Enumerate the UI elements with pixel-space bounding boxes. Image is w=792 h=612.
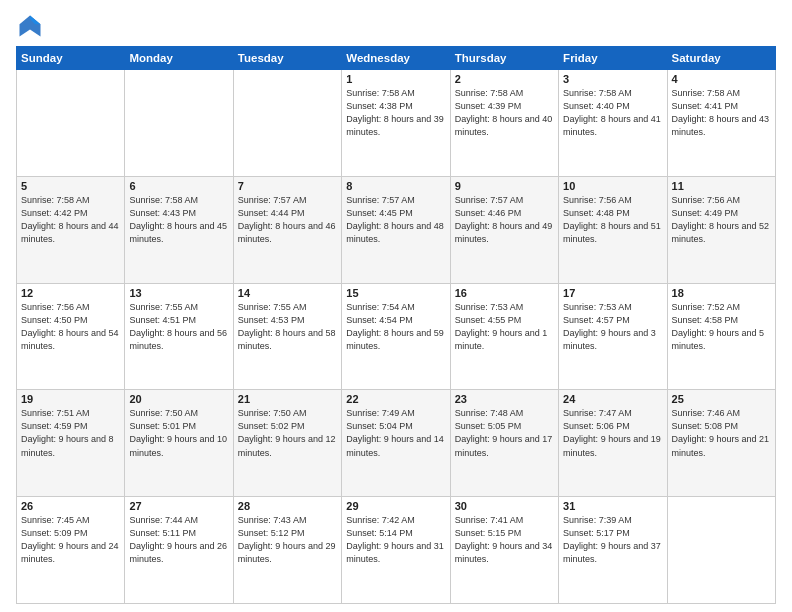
calendar-cell: 16Sunrise: 7:53 AM Sunset: 4:55 PM Dayli… — [450, 283, 558, 390]
weekday-header-thursday: Thursday — [450, 47, 558, 70]
day-number: 9 — [455, 180, 554, 192]
day-number: 19 — [21, 393, 120, 405]
calendar-cell — [17, 70, 125, 177]
calendar-cell: 14Sunrise: 7:55 AM Sunset: 4:53 PM Dayli… — [233, 283, 341, 390]
day-number: 6 — [129, 180, 228, 192]
day-number: 15 — [346, 287, 445, 299]
calendar-cell: 29Sunrise: 7:42 AM Sunset: 5:14 PM Dayli… — [342, 497, 450, 604]
calendar-cell — [125, 70, 233, 177]
day-number: 24 — [563, 393, 662, 405]
calendar-cell — [667, 497, 775, 604]
day-info: Sunrise: 7:58 AM Sunset: 4:43 PM Dayligh… — [129, 194, 228, 246]
calendar-cell: 6Sunrise: 7:58 AM Sunset: 4:43 PM Daylig… — [125, 176, 233, 283]
day-number: 18 — [672, 287, 771, 299]
day-number: 8 — [346, 180, 445, 192]
day-info: Sunrise: 7:57 AM Sunset: 4:44 PM Dayligh… — [238, 194, 337, 246]
calendar-cell: 13Sunrise: 7:55 AM Sunset: 4:51 PM Dayli… — [125, 283, 233, 390]
calendar-cell: 18Sunrise: 7:52 AM Sunset: 4:58 PM Dayli… — [667, 283, 775, 390]
day-info: Sunrise: 7:46 AM Sunset: 5:08 PM Dayligh… — [672, 407, 771, 459]
day-info: Sunrise: 7:58 AM Sunset: 4:41 PM Dayligh… — [672, 87, 771, 139]
calendar-cell: 31Sunrise: 7:39 AM Sunset: 5:17 PM Dayli… — [559, 497, 667, 604]
day-info: Sunrise: 7:51 AM Sunset: 4:59 PM Dayligh… — [21, 407, 120, 459]
day-number: 12 — [21, 287, 120, 299]
day-number: 1 — [346, 73, 445, 85]
calendar-cell: 8Sunrise: 7:57 AM Sunset: 4:45 PM Daylig… — [342, 176, 450, 283]
day-info: Sunrise: 7:44 AM Sunset: 5:11 PM Dayligh… — [129, 514, 228, 566]
week-row-3: 12Sunrise: 7:56 AM Sunset: 4:50 PM Dayli… — [17, 283, 776, 390]
day-number: 22 — [346, 393, 445, 405]
day-number: 20 — [129, 393, 228, 405]
calendar-cell: 10Sunrise: 7:56 AM Sunset: 4:48 PM Dayli… — [559, 176, 667, 283]
day-number: 25 — [672, 393, 771, 405]
calendar-cell: 30Sunrise: 7:41 AM Sunset: 5:15 PM Dayli… — [450, 497, 558, 604]
calendar-table: SundayMondayTuesdayWednesdayThursdayFrid… — [16, 46, 776, 604]
calendar-cell: 23Sunrise: 7:48 AM Sunset: 5:05 PM Dayli… — [450, 390, 558, 497]
day-number: 10 — [563, 180, 662, 192]
day-number: 5 — [21, 180, 120, 192]
day-info: Sunrise: 7:55 AM Sunset: 4:51 PM Dayligh… — [129, 301, 228, 353]
day-info: Sunrise: 7:57 AM Sunset: 4:45 PM Dayligh… — [346, 194, 445, 246]
day-info: Sunrise: 7:58 AM Sunset: 4:39 PM Dayligh… — [455, 87, 554, 139]
day-number: 4 — [672, 73, 771, 85]
day-info: Sunrise: 7:47 AM Sunset: 5:06 PM Dayligh… — [563, 407, 662, 459]
day-number: 27 — [129, 500, 228, 512]
day-number: 16 — [455, 287, 554, 299]
weekday-header-tuesday: Tuesday — [233, 47, 341, 70]
logo-icon — [16, 12, 44, 40]
day-number: 11 — [672, 180, 771, 192]
calendar-cell: 17Sunrise: 7:53 AM Sunset: 4:57 PM Dayli… — [559, 283, 667, 390]
page: SundayMondayTuesdayWednesdayThursdayFrid… — [0, 0, 792, 612]
calendar-cell: 24Sunrise: 7:47 AM Sunset: 5:06 PM Dayli… — [559, 390, 667, 497]
day-info: Sunrise: 7:42 AM Sunset: 5:14 PM Dayligh… — [346, 514, 445, 566]
day-info: Sunrise: 7:39 AM Sunset: 5:17 PM Dayligh… — [563, 514, 662, 566]
day-info: Sunrise: 7:55 AM Sunset: 4:53 PM Dayligh… — [238, 301, 337, 353]
weekday-header-sunday: Sunday — [17, 47, 125, 70]
calendar-cell: 3Sunrise: 7:58 AM Sunset: 4:40 PM Daylig… — [559, 70, 667, 177]
calendar-cell: 26Sunrise: 7:45 AM Sunset: 5:09 PM Dayli… — [17, 497, 125, 604]
day-info: Sunrise: 7:58 AM Sunset: 4:42 PM Dayligh… — [21, 194, 120, 246]
day-number: 7 — [238, 180, 337, 192]
day-number: 17 — [563, 287, 662, 299]
week-row-1: 1Sunrise: 7:58 AM Sunset: 4:38 PM Daylig… — [17, 70, 776, 177]
calendar-cell: 27Sunrise: 7:44 AM Sunset: 5:11 PM Dayli… — [125, 497, 233, 604]
calendar-cell: 11Sunrise: 7:56 AM Sunset: 4:49 PM Dayli… — [667, 176, 775, 283]
calendar-cell: 1Sunrise: 7:58 AM Sunset: 4:38 PM Daylig… — [342, 70, 450, 177]
calendar-cell: 22Sunrise: 7:49 AM Sunset: 5:04 PM Dayli… — [342, 390, 450, 497]
week-row-2: 5Sunrise: 7:58 AM Sunset: 4:42 PM Daylig… — [17, 176, 776, 283]
day-info: Sunrise: 7:58 AM Sunset: 4:40 PM Dayligh… — [563, 87, 662, 139]
day-info: Sunrise: 7:48 AM Sunset: 5:05 PM Dayligh… — [455, 407, 554, 459]
day-number: 13 — [129, 287, 228, 299]
day-number: 26 — [21, 500, 120, 512]
day-number: 30 — [455, 500, 554, 512]
day-number: 3 — [563, 73, 662, 85]
calendar-cell: 21Sunrise: 7:50 AM Sunset: 5:02 PM Dayli… — [233, 390, 341, 497]
day-info: Sunrise: 7:45 AM Sunset: 5:09 PM Dayligh… — [21, 514, 120, 566]
calendar-cell: 20Sunrise: 7:50 AM Sunset: 5:01 PM Dayli… — [125, 390, 233, 497]
calendar-cell: 7Sunrise: 7:57 AM Sunset: 4:44 PM Daylig… — [233, 176, 341, 283]
day-info: Sunrise: 7:58 AM Sunset: 4:38 PM Dayligh… — [346, 87, 445, 139]
day-number: 2 — [455, 73, 554, 85]
day-info: Sunrise: 7:56 AM Sunset: 4:48 PM Dayligh… — [563, 194, 662, 246]
day-number: 14 — [238, 287, 337, 299]
day-info: Sunrise: 7:50 AM Sunset: 5:02 PM Dayligh… — [238, 407, 337, 459]
calendar-cell: 19Sunrise: 7:51 AM Sunset: 4:59 PM Dayli… — [17, 390, 125, 497]
weekday-header-wednesday: Wednesday — [342, 47, 450, 70]
day-info: Sunrise: 7:56 AM Sunset: 4:49 PM Dayligh… — [672, 194, 771, 246]
calendar-cell: 12Sunrise: 7:56 AM Sunset: 4:50 PM Dayli… — [17, 283, 125, 390]
day-number: 31 — [563, 500, 662, 512]
weekday-header-row: SundayMondayTuesdayWednesdayThursdayFrid… — [17, 47, 776, 70]
week-row-5: 26Sunrise: 7:45 AM Sunset: 5:09 PM Dayli… — [17, 497, 776, 604]
calendar-cell: 15Sunrise: 7:54 AM Sunset: 4:54 PM Dayli… — [342, 283, 450, 390]
day-number: 28 — [238, 500, 337, 512]
day-number: 23 — [455, 393, 554, 405]
calendar-cell: 2Sunrise: 7:58 AM Sunset: 4:39 PM Daylig… — [450, 70, 558, 177]
calendar-cell: 25Sunrise: 7:46 AM Sunset: 5:08 PM Dayli… — [667, 390, 775, 497]
day-info: Sunrise: 7:53 AM Sunset: 4:57 PM Dayligh… — [563, 301, 662, 353]
calendar-cell: 9Sunrise: 7:57 AM Sunset: 4:46 PM Daylig… — [450, 176, 558, 283]
weekday-header-monday: Monday — [125, 47, 233, 70]
calendar-cell: 5Sunrise: 7:58 AM Sunset: 4:42 PM Daylig… — [17, 176, 125, 283]
day-info: Sunrise: 7:57 AM Sunset: 4:46 PM Dayligh… — [455, 194, 554, 246]
logo — [16, 12, 48, 40]
calendar-cell — [233, 70, 341, 177]
day-info: Sunrise: 7:43 AM Sunset: 5:12 PM Dayligh… — [238, 514, 337, 566]
